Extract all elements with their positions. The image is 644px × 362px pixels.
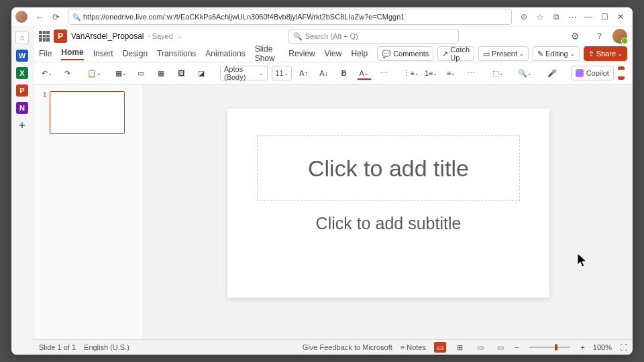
slide[interactable]: Click to add title Click to add subtitle [227, 109, 549, 298]
url-text: https://onedrive.live.com/:w:/t/EaCKkPs6… [83, 13, 507, 21]
redo-button[interactable]: ↷ [59, 66, 75, 80]
powerpoint-logo-icon: P [54, 29, 67, 43]
tab-transitions[interactable]: Transitions [157, 49, 196, 58]
tab-file[interactable]: File [39, 49, 52, 58]
subtitle-placeholder[interactable]: Click to add subtitle [257, 206, 520, 240]
browser-bar: ← ⟳ 🔍 https://onedrive.live.com/:w:/t/Ea… [11, 7, 633, 27]
picture-button[interactable]: 🖼 [173, 66, 189, 80]
normal-view-button[interactable]: ▭ [434, 342, 446, 353]
notes-button[interactable]: ≡ Notes [400, 343, 426, 351]
more-font-button[interactable]: ⋯ [376, 66, 392, 80]
read-aloud-icon[interactable]: ⊘ [516, 9, 532, 25]
tab-home[interactable]: Home [61, 48, 83, 60]
word-icon[interactable]: W [16, 50, 28, 62]
copilot-icon [576, 69, 584, 77]
refresh-button[interactable]: ⟳ [48, 9, 64, 25]
copilot-button[interactable]: Copilot [571, 66, 614, 80]
app-launcher-icon[interactable] [39, 31, 50, 42]
feedback-link[interactable]: Give Feedback to Microsoft [303, 343, 392, 351]
thumb-preview[interactable] [50, 91, 125, 134]
tab-design[interactable]: Design [123, 49, 148, 58]
slideshow-view-button[interactable]: ▭ [494, 342, 506, 353]
save-status: · Saved [148, 32, 173, 40]
find-button[interactable]: 🔍⌄ [517, 66, 533, 80]
designer-button[interactable] [618, 66, 625, 80]
close-button[interactable]: ✕ [612, 9, 629, 25]
font-size-select[interactable]: 11⌄ [272, 66, 291, 80]
chevron-down-icon: ⌄ [519, 51, 524, 57]
tab-animations[interactable]: Animations [205, 49, 245, 58]
search-icon: 🔍 [293, 32, 303, 41]
collections-icon[interactable]: ⧉ [548, 9, 564, 25]
comment-icon: 💬 [382, 50, 391, 58]
language-status[interactable]: English (U.S.) [84, 343, 129, 351]
favorite-icon[interactable]: ☆ [532, 9, 548, 25]
grow-font-button[interactable]: A↑ [296, 66, 312, 80]
user-avatar[interactable] [612, 29, 627, 44]
font-select[interactable]: Aptos (Body)⌄ [220, 66, 268, 80]
new-slide-button[interactable]: ▦⌄ [113, 66, 129, 80]
ribbon-overflow-button[interactable]: ⋯ [629, 66, 633, 80]
font-color-button[interactable]: A⌄ [356, 66, 372, 80]
bullets-button[interactable]: ⋮≡⌄ [403, 66, 419, 80]
catchup-icon: ↗ [442, 50, 448, 58]
numbering-button[interactable]: 1≡⌄ [423, 66, 439, 80]
profile-icon[interactable] [15, 11, 28, 23]
zoom-slider[interactable] [529, 347, 570, 348]
title-placeholder[interactable]: Click to add title [257, 135, 520, 201]
tab-insert[interactable]: Insert [93, 49, 113, 58]
bold-button[interactable]: B [336, 66, 352, 80]
shrink-font-button[interactable]: A↓ [316, 66, 332, 80]
add-app-icon[interactable]: + [16, 119, 28, 131]
onenote-icon[interactable]: N [16, 102, 28, 114]
sorter-view-button[interactable]: ⊞ [454, 342, 466, 353]
tab-view[interactable]: View [325, 49, 342, 58]
thumbnail-1[interactable]: 1 [43, 91, 144, 134]
reading-view-button[interactable]: ▭ [474, 342, 486, 353]
browser-menu-icon[interactable]: ⋯ [564, 9, 580, 25]
chevron-down-icon: ⌄ [618, 51, 623, 57]
home-icon[interactable]: ⌂ [15, 31, 29, 44]
powerpoint-app: P VanArsdel_Proposal · Saved ⌄ 🔍Search (… [34, 27, 633, 355]
undo-button[interactable]: ↶⌄ [39, 66, 55, 80]
catchup-button[interactable]: ↗Catch Up [437, 46, 474, 61]
paste-button[interactable]: 📋⌄ [86, 66, 102, 80]
title-bar: P VanArsdel_Proposal · Saved ⌄ 🔍Search (… [34, 27, 633, 46]
search-input[interactable]: 🔍Search (Alt + Q) [288, 29, 459, 44]
comments-button[interactable]: 💬Comments [377, 46, 433, 61]
table-button[interactable]: ▦ [153, 66, 169, 80]
editing-button[interactable]: ✎Editing⌄ [533, 46, 580, 61]
zoom-in-button[interactable]: + [580, 343, 584, 351]
zoom-level[interactable]: 100% [593, 343, 612, 351]
minimize-button[interactable]: — [580, 9, 596, 25]
layout-button[interactable]: ▭ [133, 66, 149, 80]
chevron-down-icon: ⌄ [284, 70, 288, 76]
status-bar: Slide 1 of 1 English (U.S.) Give Feedbac… [34, 339, 633, 355]
settings-icon[interactable]: ⚙ [571, 31, 580, 42]
dictate-button[interactable]: 🎤 [544, 66, 560, 80]
slide-canvas[interactable]: Click to add title Click to add subtitle [144, 84, 633, 339]
arrange-button[interactable]: ⬚⌄ [490, 66, 506, 80]
document-name[interactable]: VanArsdel_Proposal [71, 32, 144, 41]
tab-help[interactable]: Help [351, 49, 368, 58]
maximize-button[interactable]: ☐ [596, 9, 612, 25]
powerpoint-icon[interactable]: P [16, 84, 28, 97]
excel-icon[interactable]: X [16, 67, 28, 79]
help-icon[interactable]: ? [597, 32, 602, 41]
app-rail: ⌂ W X P N + [11, 27, 34, 355]
present-button[interactable]: ▭Present⌄ [478, 46, 529, 61]
align-button[interactable]: ≡⌄ [443, 66, 460, 80]
chevron-down-icon[interactable]: ⌄ [177, 33, 182, 40]
fit-button[interactable]: ⛶ [620, 343, 627, 351]
tab-slideshow[interactable]: Slide Show [255, 44, 280, 63]
slide-panel[interactable]: 1 [34, 84, 144, 339]
shapes-button[interactable]: ◪ [193, 66, 209, 80]
content-area: 1 Click to add title Click to add subtit… [34, 84, 633, 339]
tab-review[interactable]: Review [288, 49, 315, 58]
address-bar[interactable]: 🔍 https://onedrive.live.com/:w:/t/EaCKkP… [68, 9, 512, 25]
share-button[interactable]: ⇪Share⌄ [584, 46, 627, 61]
zoom-out-button[interactable]: − [515, 343, 519, 351]
more-para-button[interactable]: ⋯ [464, 66, 480, 80]
slide-counter[interactable]: Slide 1 of 1 [39, 343, 76, 351]
back-button[interactable]: ← [32, 9, 48, 25]
